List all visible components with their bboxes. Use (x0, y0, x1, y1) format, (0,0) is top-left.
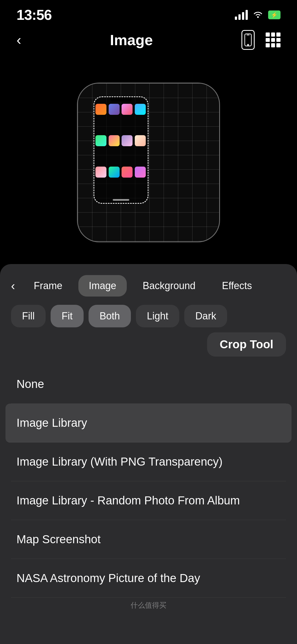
phone-frame-container (77, 83, 220, 242)
status-time: 13:56 (16, 7, 52, 23)
light-button[interactable]: Light (136, 305, 179, 327)
app-icon (122, 104, 133, 115)
phone-notch (110, 97, 132, 102)
list-item-image-library-png[interactable]: Image Library (With PNG Transparency) (11, 442, 286, 481)
status-icons (235, 10, 280, 20)
list-item-map-screenshot[interactable]: Map Screenshot (11, 520, 286, 559)
options-row: Fill Fit Both Light Dark Crop Tool (0, 302, 297, 365)
sheet-back-button[interactable]: ‹ (11, 279, 15, 293)
tab-effects[interactable]: Effects (211, 275, 262, 297)
nav-title: Image (110, 31, 153, 48)
dark-button[interactable]: Dark (184, 305, 227, 327)
bottom-indicator: 什么值得买 (0, 598, 297, 616)
fit-button[interactable]: Fit (51, 305, 84, 327)
image-preview (0, 55, 297, 270)
fill-button[interactable]: Fill (11, 305, 46, 327)
tab-background[interactable]: Background (132, 275, 206, 297)
phone-screen-content (94, 103, 148, 198)
app-icon (109, 104, 120, 115)
phone-icon[interactable] (241, 30, 255, 50)
svg-point-2 (248, 44, 249, 45)
app-icon (135, 104, 146, 115)
nav-actions (241, 30, 280, 50)
bottom-sheet: ‹ Frame Image Background Effects Fill Fi… (0, 264, 297, 644)
phone-inner (94, 96, 148, 204)
list-section: None Image Library Image Library (With P… (0, 365, 297, 598)
list-item-image-library[interactable]: Image Library (6, 404, 292, 442)
tab-frame[interactable]: Frame (23, 275, 73, 297)
app-icon (135, 167, 146, 178)
crop-tool-button[interactable]: Crop Tool (207, 332, 286, 357)
app-icon (95, 167, 106, 178)
grid-icon[interactable] (266, 32, 280, 47)
app-icon (122, 135, 133, 146)
app-icon (95, 104, 106, 115)
nav-back-button[interactable]: ‹ (16, 32, 21, 48)
both-button[interactable]: Both (89, 305, 131, 327)
list-item-none[interactable]: None (11, 365, 286, 404)
app-icon (122, 167, 133, 178)
app-icon (109, 135, 120, 146)
nav-bar: ‹ Image (0, 25, 297, 55)
list-item-image-library-random[interactable]: Image Library - Random Photo From Album (11, 481, 286, 520)
status-bar: 13:56 (0, 0, 297, 25)
tab-image[interactable]: Image (78, 275, 127, 297)
app-icon (135, 135, 146, 146)
battery-icon (268, 10, 280, 19)
app-icon (109, 167, 120, 178)
sheet-tabs-row: ‹ Frame Image Background Effects (0, 264, 297, 302)
app-icon (95, 135, 106, 146)
signal-icon (235, 10, 248, 20)
wifi-icon (253, 10, 263, 20)
phone-home-bar (113, 199, 129, 201)
list-item-nasa[interactable]: NASA Astronomy Picture of the Day (11, 559, 286, 598)
